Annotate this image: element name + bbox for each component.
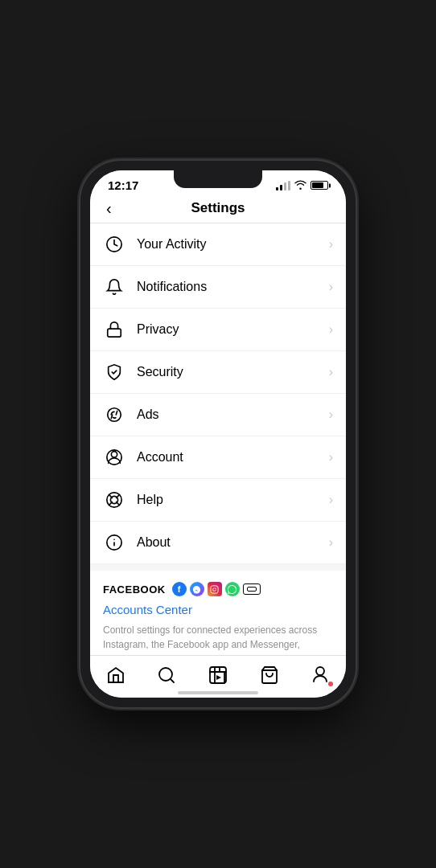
settings-item-help[interactable]: Help › bbox=[90, 479, 346, 522]
nav-reels[interactable] bbox=[199, 662, 237, 688]
settings-item-account[interactable]: Account › bbox=[90, 436, 346, 479]
settings-item-ads[interactable]: Ads › bbox=[90, 394, 346, 436]
back-button[interactable]: ‹ bbox=[103, 196, 115, 221]
facebook-icon: f bbox=[172, 582, 187, 596]
account-label: Account bbox=[137, 450, 329, 465]
home-icon bbox=[106, 665, 125, 685]
shield-icon bbox=[103, 361, 125, 383]
shop-icon bbox=[260, 665, 279, 685]
nav-home[interactable] bbox=[97, 662, 135, 688]
chevron-icon: › bbox=[329, 450, 333, 465]
settings-item-your-activity[interactable]: Your Activity › bbox=[90, 223, 346, 266]
home-bar bbox=[178, 691, 258, 694]
chevron-icon: › bbox=[329, 237, 333, 252]
facebook-label: FACEBOOK bbox=[103, 583, 166, 596]
svg-line-18 bbox=[171, 679, 174, 682]
chevron-icon: › bbox=[329, 280, 333, 294]
svg-line-10 bbox=[109, 502, 113, 506]
bell-icon bbox=[103, 276, 125, 298]
signal-icon bbox=[276, 181, 290, 190]
your-activity-label: Your Activity bbox=[137, 237, 329, 252]
account-icon bbox=[103, 446, 125, 469]
help-label: Help bbox=[137, 493, 329, 507]
status-time: 12:17 bbox=[108, 178, 138, 192]
chevron-icon: › bbox=[329, 365, 333, 379]
svg-line-9 bbox=[117, 495, 120, 498]
search-icon bbox=[157, 665, 176, 685]
ads-label: Ads bbox=[137, 407, 329, 422]
wifi-icon bbox=[294, 180, 306, 191]
svg-point-22 bbox=[316, 667, 324, 675]
svg-line-8 bbox=[117, 502, 120, 506]
svg-point-3 bbox=[111, 452, 117, 457]
whatsapp-icon bbox=[225, 582, 240, 596]
instagram-icon bbox=[208, 582, 222, 596]
facebook-section: FACEBOOK f bbox=[90, 571, 346, 655]
notifications-label: Notifications bbox=[137, 280, 329, 294]
home-indicator bbox=[90, 693, 346, 698]
notch bbox=[174, 170, 262, 188]
security-label: Security bbox=[137, 365, 329, 379]
battery-icon bbox=[311, 181, 328, 190]
status-icons bbox=[276, 180, 328, 191]
settings-item-security[interactable]: Security › bbox=[90, 351, 346, 394]
svg-rect-19 bbox=[210, 667, 226, 683]
messenger-icon bbox=[190, 582, 204, 596]
svg-rect-1 bbox=[108, 329, 121, 337]
accounts-center-link[interactable]: Accounts Center bbox=[103, 603, 333, 616]
reels-icon bbox=[208, 665, 228, 685]
help-icon bbox=[103, 489, 125, 511]
about-label: About bbox=[137, 535, 329, 550]
bottom-nav bbox=[90, 655, 346, 693]
content-area: Your Activity › Notifications › bbox=[90, 223, 346, 655]
settings-list: Your Activity › Notifications › bbox=[90, 223, 346, 564]
chevron-icon: › bbox=[329, 407, 333, 422]
facebook-description: Control settings for connected experienc… bbox=[103, 623, 333, 655]
nav-search[interactable] bbox=[147, 662, 186, 688]
svg-line-7 bbox=[109, 495, 113, 498]
chevron-icon: › bbox=[329, 535, 333, 550]
chevron-icon: › bbox=[329, 322, 333, 337]
facebook-icons: f bbox=[172, 582, 261, 596]
screen: 12:17 ‹ Settings bbox=[90, 170, 346, 698]
svg-point-16 bbox=[216, 587, 217, 588]
lock-icon bbox=[103, 318, 125, 341]
nav-profile[interactable] bbox=[301, 662, 339, 688]
svg-point-2 bbox=[108, 408, 121, 422]
chevron-icon: › bbox=[329, 493, 333, 507]
facebook-header: FACEBOOK f bbox=[103, 582, 333, 596]
settings-header: ‹ Settings bbox=[90, 195, 346, 223]
page-title: Settings bbox=[191, 200, 245, 216]
settings-item-about[interactable]: About › bbox=[90, 522, 346, 564]
svg-rect-14 bbox=[211, 585, 218, 592]
section-divider bbox=[90, 564, 346, 571]
settings-item-notifications[interactable]: Notifications › bbox=[90, 266, 346, 309]
ads-icon bbox=[103, 403, 125, 426]
settings-item-privacy[interactable]: Privacy › bbox=[90, 309, 346, 351]
meta-link-icon bbox=[243, 583, 261, 595]
privacy-label: Privacy bbox=[137, 322, 329, 337]
activity-icon bbox=[103, 233, 125, 256]
nav-shop[interactable] bbox=[250, 662, 289, 688]
info-icon bbox=[103, 531, 125, 554]
svg-marker-20 bbox=[216, 675, 221, 680]
svg-point-15 bbox=[213, 588, 216, 591]
profile-icon bbox=[311, 665, 330, 685]
phone-frame: 12:17 ‹ Settings bbox=[80, 161, 356, 707]
profile-notification-dot bbox=[328, 682, 333, 686]
